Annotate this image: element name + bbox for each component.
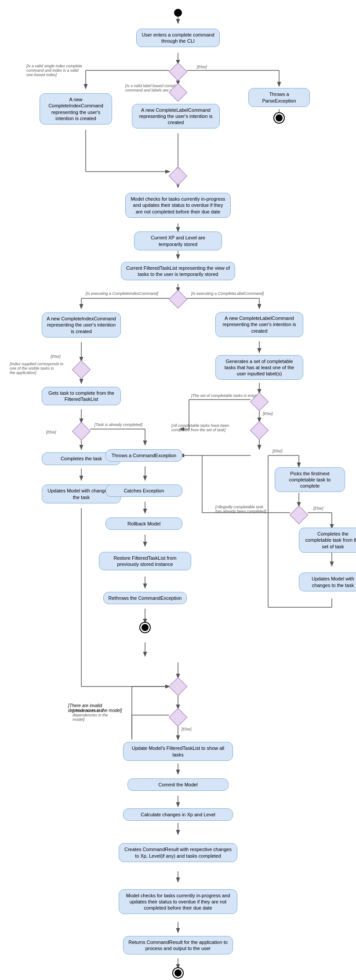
new-label-cmd-1-box: A new CompleteLabelCommand representing … bbox=[132, 104, 220, 129]
node-returns-cmd-result: Returns CommandResult for the applicatio… bbox=[123, 932, 233, 958]
svg-text:[Else]: [Else] bbox=[272, 449, 283, 453]
filtered-tasklist-stored-box: Current FilteredTaskList representing th… bbox=[121, 262, 235, 281]
diamond-merge-top bbox=[169, 167, 187, 185]
diamond-1-shape bbox=[169, 62, 187, 81]
node-updates-model-right: Updates Model with changes to the task bbox=[299, 565, 356, 598]
start-circle bbox=[174, 9, 182, 17]
node-calculate-changes: Calculate changes in Xp and Level bbox=[123, 806, 233, 823]
rethrows-box: Rethrows the CommandException bbox=[103, 592, 187, 604]
svg-text:completed from the set of task: completed from the set of task] bbox=[171, 428, 226, 432]
end-top-node bbox=[274, 113, 284, 123]
diamond-set-empty-shape bbox=[250, 393, 269, 411]
diamond-2 bbox=[169, 84, 187, 101]
gets-task-box: Gets task to complete from the FilteredT… bbox=[42, 387, 121, 406]
end-mid-node bbox=[140, 623, 150, 632]
node-throws-cmd-ex: Throws a CommandException bbox=[105, 444, 182, 466]
diamond-5-shape bbox=[72, 422, 91, 440]
start-node bbox=[174, 9, 182, 17]
svg-text:[Task is already completed]: [Task is already completed] bbox=[94, 422, 142, 427]
node-update-filtered: Update Model's FilteredTaskList to show … bbox=[123, 739, 233, 763]
svg-text:[Index supplied corresponds to: [Index supplied corresponds to bbox=[9, 362, 64, 366]
commit-model-box: Commit the Model bbox=[127, 778, 229, 791]
node-creates-cmd-result: Creates CommandResult with respective ch… bbox=[119, 834, 237, 871]
svg-text:command and index is a valid: command and index is a valid bbox=[26, 68, 79, 73]
diagram-container: [Is a valid single index complete comman… bbox=[0, 0, 356, 980]
returns-cmd-result-box: Returns CommandResult for the applicatio… bbox=[123, 936, 233, 955]
svg-text:[Is executing a CompleteLabelC: [Is executing a CompleteLabelCommand] bbox=[191, 291, 264, 296]
svg-text:[Else]: [Else] bbox=[196, 65, 207, 69]
svg-text:one-based index]: one-based index] bbox=[26, 73, 57, 77]
diamond-5 bbox=[73, 422, 90, 440]
node-restore-filtered: Restore FilteredTaskList from previously… bbox=[99, 546, 191, 576]
end-final-circle bbox=[173, 968, 183, 978]
svg-text:[Else]: [Else] bbox=[46, 430, 56, 434]
node-rethrows: Rethrows the CommandException bbox=[103, 587, 187, 609]
end-mid-circle bbox=[140, 623, 150, 632]
svg-text:[Else]: [Else] bbox=[262, 411, 273, 416]
svg-text:one of the visible tasks in: one of the visible tasks in bbox=[10, 366, 54, 371]
diamond-7-merge-shape bbox=[169, 677, 187, 696]
node-completes-completable: Completes the completable task from the … bbox=[299, 528, 356, 552]
node-new-label-cmd-1: A new CompleteLabelCommand representing … bbox=[132, 99, 220, 133]
rollback-model-box: Rollback Model bbox=[105, 518, 182, 530]
new-label-cmd-2-box: A new CompleteLabelCommand representing … bbox=[215, 312, 303, 337]
node-model-checks-1: Model checks for tasks currently in-prog… bbox=[125, 187, 231, 224]
node-new-index-cmd-2: A new CompleteIndexCommand representing … bbox=[42, 308, 121, 342]
svg-text:[All completable tasks have be: [All completable tasks have been bbox=[171, 423, 229, 428]
node-new-label-cmd-2: A new CompleteLabelCommand representing … bbox=[215, 308, 303, 341]
node-user-enters: User enters a complete command through t… bbox=[136, 23, 220, 53]
catches-exception-box: Catches Exception bbox=[105, 484, 182, 497]
new-index-cmd-1-box: A new CompleteIndexCommand representing … bbox=[40, 93, 112, 125]
diamond-allegedly bbox=[290, 506, 308, 524]
generates-set-box: Generates a set of completable tasks tha… bbox=[215, 355, 303, 380]
diamond-4-shape bbox=[72, 360, 91, 379]
creates-cmd-result-box: Creates CommandResult with respective ch… bbox=[119, 843, 237, 862]
dep-label: [There are invalid dependencies in the m… bbox=[68, 703, 130, 727]
diamond-all-completed-shape bbox=[250, 421, 269, 440]
diamond-all-completed bbox=[251, 422, 268, 439]
restore-filtered-box: Restore FilteredTaskList from previously… bbox=[99, 552, 191, 571]
updates-model-right-box: Updates Model with changes to the task bbox=[299, 573, 356, 591]
node-picks-first: Picks the first/next completable task to… bbox=[275, 466, 345, 493]
node-new-index-cmd-1: A new CompleteIndexCommand representing … bbox=[40, 88, 112, 130]
new-index-cmd-2-box: A new CompleteIndexCommand representing … bbox=[42, 312, 121, 338]
diamond-set-empty bbox=[251, 393, 268, 411]
picks-first-box: Picks the first/next completable task to… bbox=[275, 467, 345, 492]
diamond-1 bbox=[169, 63, 187, 81]
svg-text:[Is executing a CompleteIndexC: [Is executing a CompleteIndexCommand] bbox=[85, 291, 159, 296]
diamond-dep-check bbox=[169, 708, 187, 726]
node-rollback-model: Rollback Model bbox=[105, 513, 182, 535]
svg-text:has already been completed]: has already been completed] bbox=[215, 509, 266, 514]
diamond-allegedly-shape bbox=[290, 506, 308, 524]
calculate-changes-box: Calculate changes in Xp and Level bbox=[123, 808, 233, 821]
throws-parse-box: Throws a ParseException bbox=[248, 88, 310, 107]
completes-completable-box: Completes the completable task from the … bbox=[299, 528, 356, 553]
diamond-4 bbox=[73, 361, 90, 378]
node-commit-model: Commit the Model bbox=[127, 774, 229, 796]
model-checks-1-box: Model checks for tasks currently in-prog… bbox=[125, 193, 231, 218]
node-throws-parse: Throws a ParseException bbox=[248, 86, 310, 109]
update-filtered-box: Update Model's FilteredTaskList to show … bbox=[123, 742, 233, 761]
svg-text:[Is a valid single index compl: [Is a valid single index complete bbox=[26, 64, 82, 68]
svg-text:[Else]: [Else] bbox=[50, 354, 61, 359]
diamond-merge-top-shape bbox=[169, 167, 187, 185]
diamond-dep-check-shape bbox=[169, 708, 187, 727]
diamond-7-merge bbox=[169, 678, 187, 695]
diamond-3-shape bbox=[169, 290, 187, 308]
svg-text:the application]: the application] bbox=[10, 371, 36, 375]
model-checks-2-box: Model checks for tasks currently in-prog… bbox=[119, 889, 237, 914]
svg-text:[Allegedly completable task: [Allegedly completable task bbox=[215, 505, 264, 509]
svg-text:[The set of completable tasks : [The set of completable tasks is empty] bbox=[191, 393, 260, 398]
diamond-3 bbox=[169, 290, 187, 308]
node-generates-set: Generates a set of completable tasks tha… bbox=[215, 352, 303, 383]
node-model-checks-2: Model checks for tasks currently in-prog… bbox=[119, 881, 237, 922]
throws-cmd-ex-box: Throws a CommandException bbox=[105, 449, 182, 462]
svg-text:[Else]: [Else] bbox=[313, 506, 323, 510]
user-enters-box: User enters a complete command through t… bbox=[136, 29, 220, 48]
end-top-circle bbox=[274, 113, 284, 123]
node-xp-level-stored: Current XP and Level are temporarily sto… bbox=[134, 231, 222, 251]
node-gets-task: Gets task to complete from the FilteredT… bbox=[42, 383, 121, 409]
xp-level-stored-box: Current XP and Level are temporarily sto… bbox=[134, 231, 222, 250]
node-catches-exception: Catches Exception bbox=[105, 480, 182, 502]
node-filtered-tasklist-stored: Current FilteredTaskList representing th… bbox=[121, 258, 235, 284]
